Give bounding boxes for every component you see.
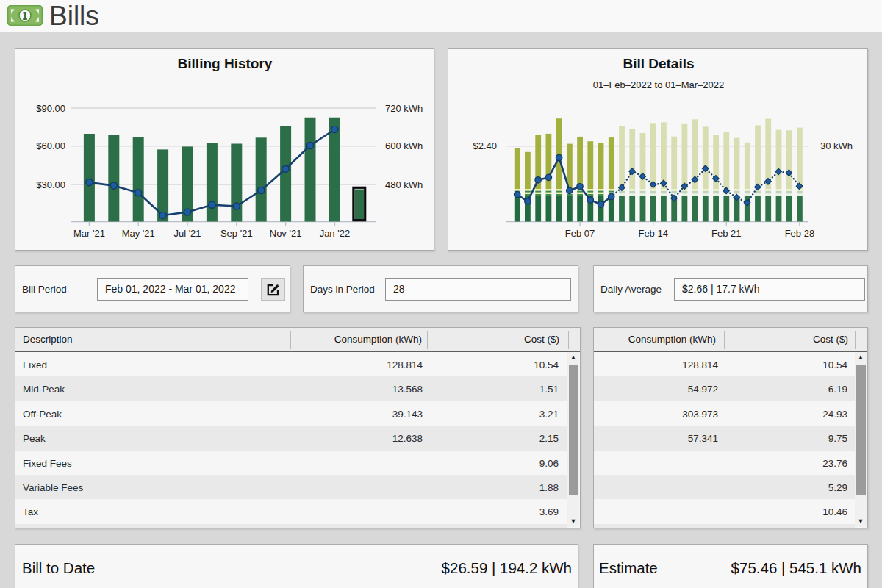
svg-text:Feb 14: Feb 14 — [638, 228, 667, 239]
svg-text:Feb 07: Feb 07 — [565, 228, 595, 239]
svg-text:01–Feb–2022 to 01–Mar–2022: 01–Feb–2022 to 01–Mar–2022 — [593, 79, 725, 90]
svg-text:Billing History: Billing History — [178, 56, 273, 71]
svg-text:Jan '22: Jan '22 — [320, 228, 351, 239]
svg-text:$30.00: $30.00 — [36, 179, 65, 190]
svg-text:30 kWh: 30 kWh — [820, 140, 853, 151]
svg-text:Jul '21: Jul '21 — [173, 228, 201, 239]
svg-text:Bill Details: Bill Details — [623, 56, 694, 71]
svg-text:$90.00: $90.00 — [36, 103, 65, 114]
svg-text:Nov '21: Nov '21 — [270, 228, 302, 239]
svg-text:720 kWh: 720 kWh — [385, 103, 423, 114]
svg-text:May '21: May '21 — [122, 228, 155, 239]
svg-text:Sep '21: Sep '21 — [220, 228, 253, 239]
svg-text:$60.00: $60.00 — [36, 140, 65, 151]
svg-text:480 kWh: 480 kWh — [385, 179, 423, 190]
svg-text:600 kWh: 600 kWh — [385, 140, 423, 151]
svg-text:$2.40: $2.40 — [473, 140, 497, 151]
svg-text:Feb 21: Feb 21 — [711, 228, 741, 239]
svg-text:Mar '21: Mar '21 — [74, 228, 105, 239]
svg-text:Feb 28: Feb 28 — [785, 228, 814, 239]
